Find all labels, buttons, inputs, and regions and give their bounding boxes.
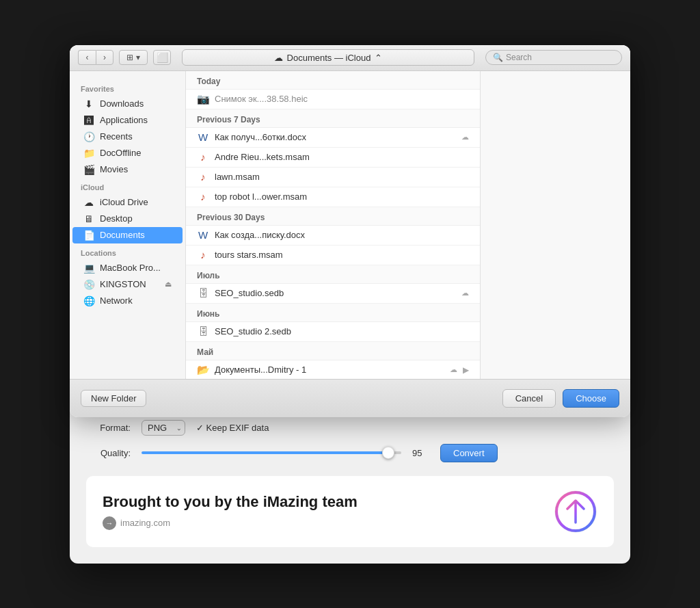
expand-icon[interactable]: ▶ <box>463 365 469 375</box>
sidebar-item-movies[interactable]: 🎬 Movies <box>72 161 183 178</box>
sidebar-item-downloads[interactable]: ⬇ Downloads <box>72 96 183 112</box>
view-chevron: ▾ <box>136 53 140 62</box>
back-button[interactable]: ‹ <box>78 50 96 65</box>
cloud-icon-may: ☁ <box>450 365 457 374</box>
sidebar-item-icloud-drive-label: iCloud Drive <box>100 197 148 207</box>
eject-icon[interactable]: ⏏ <box>165 280 172 289</box>
cancel-button[interactable]: Cancel <box>502 389 556 408</box>
file-name: Как получ...6отки.docx <box>215 132 456 142</box>
dialog-titlebar: ‹ › ⊞ ▾ ⬜ ☁ Documents — iCloud ⌃ 🔍 Searc… <box>70 45 630 71</box>
forward-button[interactable]: › <box>96 50 113 65</box>
msam-file-icon-4: ♪ <box>197 249 209 261</box>
quality-label: Quality: <box>86 448 131 458</box>
heic-file-icon: 📷 <box>197 93 209 105</box>
msam-file-icon-3: ♪ <box>197 191 209 203</box>
sidebar-item-desktop[interactable]: 🖥 Desktop <box>72 211 183 227</box>
search-box[interactable]: 🔍 Search <box>485 50 622 65</box>
quality-row: Quality: 95 Convert <box>86 444 614 462</box>
list-item[interactable]: W Как получ...6отки.docx ☁ <box>186 128 480 148</box>
view-button[interactable]: ⊞ ▾ <box>119 50 148 65</box>
quality-thumb[interactable] <box>382 447 394 459</box>
format-select[interactable]: PNG JPEG <box>142 420 185 436</box>
folder-icon: 📂 <box>197 364 209 376</box>
choose-button[interactable]: Choose <box>563 389 619 408</box>
promo-link[interactable]: → imazing.com <box>103 516 358 530</box>
june-header: Июнь <box>186 304 480 322</box>
search-icon: 🔍 <box>493 53 503 62</box>
list-item[interactable]: W Как созда...писку.docx <box>186 226 480 246</box>
format-label: Format: <box>86 423 131 433</box>
dialog-footer: New Folder Cancel Choose <box>70 379 630 417</box>
file-name: SEO_studio.sedb <box>215 288 456 298</box>
movies-icon: 🎬 <box>83 164 94 175</box>
format-select-wrapper: PNG JPEG <box>142 420 185 436</box>
quality-slider[interactable] <box>142 451 401 454</box>
sidebar-item-recents[interactable]: 🕐 Recents <box>72 129 183 145</box>
sidebar-item-applications[interactable]: 🅰 Applications <box>72 112 183 129</box>
network-icon: 🌐 <box>83 295 94 306</box>
promo-section: Brought to you by the iMazing team → ima… <box>86 476 614 547</box>
word-file-icon-2: W <box>197 229 209 241</box>
sidebar-item-recents-label: Recents <box>100 131 133 142</box>
cloud-download-icon: ☁ <box>461 133 469 142</box>
list-item[interactable]: 🗄 SEO_studio.sedb ☁ <box>186 284 480 304</box>
location-text: Documents — iCloud <box>287 53 371 63</box>
quality-value: 95 <box>412 448 429 458</box>
new-folder-button[interactable]: New Folder <box>81 390 146 407</box>
sidebar-item-kingston[interactable]: 💿 KINGSTON ⏏ <box>72 276 183 293</box>
sidebar: Favorites ⬇ Downloads 🅰 Applications 🕐 R… <box>70 71 186 379</box>
sidebar-item-downloads-label: Downloads <box>100 98 144 109</box>
cloud-icon: ☁ <box>274 53 283 63</box>
list-item[interactable]: ♪ lawn.msam <box>186 168 480 187</box>
july-header: Июль <box>186 265 480 284</box>
action-button[interactable]: ⬜ <box>153 50 171 65</box>
nav-pair: ‹ › <box>78 50 113 65</box>
db-file-icon-2: 🗄 <box>197 326 209 338</box>
promo-title: Brought to you by the iMazing team <box>103 493 358 511</box>
list-item[interactable]: 📂 Документы...Dmitry - 1 ☁ ▶ <box>186 360 480 379</box>
kingston-icon: 💿 <box>83 279 94 290</box>
file-name: lawn.msam <box>215 172 469 182</box>
macbook-icon: 💻 <box>83 263 94 274</box>
sidebar-item-desktop-label: Desktop <box>100 213 133 224</box>
format-row: Format: PNG JPEG ✓ Keep EXIF data <box>86 420 614 436</box>
cloud-icon-july: ☁ <box>461 289 469 298</box>
list-item[interactable]: ♪ Andre Rieu...kets.msam <box>186 148 480 168</box>
sidebar-item-kingston-label: KINGSTON <box>100 279 146 289</box>
dialog-content: Favorites ⬇ Downloads 🅰 Applications 🕐 R… <box>70 71 630 379</box>
list-item[interactable]: 🗄 SEO_studio 2.sedb <box>186 322 480 342</box>
list-item[interactable]: ♪ tours stars.msam <box>186 246 480 265</box>
documents-icon: 📄 <box>83 230 94 241</box>
file-name: Как созда...писку.docx <box>215 230 469 240</box>
sidebar-item-documents[interactable]: 📄 Documents <box>72 227 183 243</box>
msam-file-icon: ♪ <box>197 151 209 163</box>
sidebar-item-docoffline[interactable]: 📁 DocOffline <box>72 145 183 161</box>
locations-section-label: Locations <box>70 243 185 260</box>
detail-pane <box>480 71 630 379</box>
sidebar-item-documents-label: Documents <box>100 230 145 240</box>
file-name: SEO_studio 2.sedb <box>215 326 469 336</box>
icloud-section-label: iCloud <box>70 178 185 194</box>
location-dropdown[interactable]: ☁ Documents — iCloud ⌃ <box>182 49 474 66</box>
sidebar-item-network[interactable]: 🌐 Network <box>72 293 183 309</box>
sidebar-item-icloud-drive[interactable]: ☁ iCloud Drive <box>72 194 183 211</box>
favorites-section-label: Favorites <box>70 79 185 96</box>
footer-buttons: Cancel Choose <box>502 389 619 408</box>
file-name: tours stars.msam <box>215 250 469 260</box>
desktop-icon: 🖥 <box>83 213 94 224</box>
downloads-icon: ⬇ <box>83 98 94 109</box>
applications-icon: 🅰 <box>83 115 94 126</box>
list-item[interactable]: ♪ top robot l...ower.msam <box>186 187 480 207</box>
today-header: Today <box>186 71 480 90</box>
exif-checkbox[interactable]: ✓ Keep EXIF data <box>196 423 269 433</box>
convert-button[interactable]: Convert <box>440 444 498 462</box>
prev30-header: Previous 30 Days <box>186 207 480 226</box>
file-dialog: ‹ › ⊞ ▾ ⬜ ☁ Documents — iCloud ⌃ 🔍 Searc… <box>70 45 630 417</box>
list-item[interactable]: 📷 Снимок эк....38.58.heic <box>186 90 480 109</box>
promo-text: Brought to you by the iMazing team → ima… <box>103 493 358 530</box>
may-header: Май <box>186 342 480 360</box>
prev7-header: Previous 7 Days <box>186 109 480 128</box>
sidebar-item-macbook[interactable]: 💻 MacBook Pro... <box>72 260 183 276</box>
sidebar-item-applications-label: Applications <box>100 115 148 125</box>
imazing-logo <box>554 490 597 533</box>
